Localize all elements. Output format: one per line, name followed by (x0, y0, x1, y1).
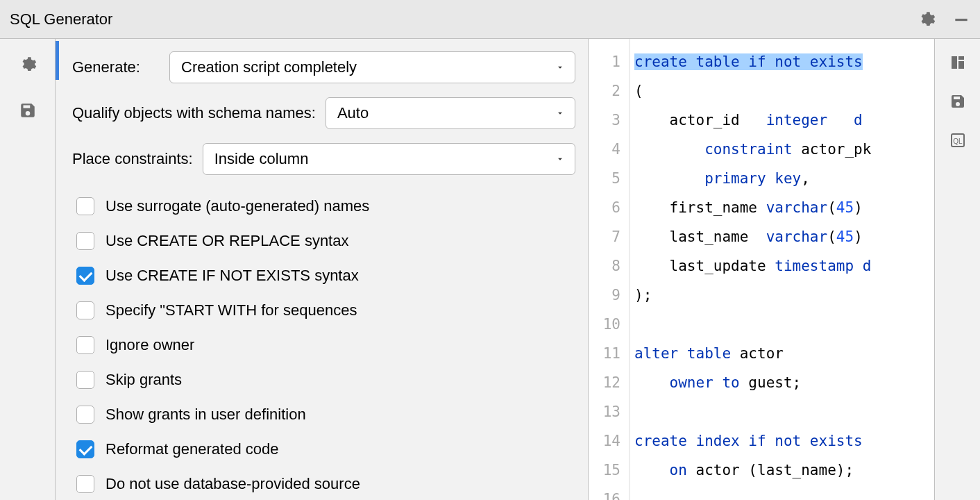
generate-value: Creation script completely (181, 58, 357, 76)
line-number: 8 (589, 251, 620, 281)
gear-icon[interactable] (918, 10, 936, 28)
checkbox-label: Do not use database-provided source (105, 475, 360, 493)
checkbox-label: Skip grants (105, 371, 182, 389)
constraints-select[interactable]: Inside column (203, 143, 575, 175)
generate-label: Generate: (72, 58, 169, 76)
right-toolbar: QL (934, 39, 980, 500)
checkbox-row: Specify "START WITH for sequences (76, 293, 575, 328)
checkbox-label: Use CREATE IF NOT EXISTS syntax (105, 267, 359, 285)
line-number: 5 (589, 164, 620, 193)
line-number: 13 (589, 397, 620, 426)
checkbox-label: Specify "START WITH for sequences (105, 301, 357, 319)
line-number: 12 (589, 368, 620, 397)
line-number: 9 (589, 281, 620, 310)
chevron-down-icon (555, 108, 565, 118)
line-number: 2 (589, 76, 620, 106)
left-toolbar (0, 39, 56, 500)
checkbox-label: Use surrogate (auto-generated) names (105, 197, 369, 215)
line-number: 1 (589, 47, 620, 76)
checkbox-row: Use CREATE IF NOT EXISTS syntax (76, 258, 575, 293)
layout-icon[interactable] (949, 54, 966, 71)
line-number: 6 (589, 193, 620, 222)
options-panel: Generate: Creation script completely Qua… (56, 39, 589, 500)
checkbox-label: Reformat generated code (105, 440, 279, 458)
checkbox[interactable] (76, 267, 94, 285)
save-icon[interactable] (19, 101, 37, 119)
chevron-down-icon (555, 154, 565, 164)
qualify-label: Qualify objects with schema names: (72, 104, 316, 122)
window-header: SQL Generator (0, 0, 980, 39)
line-number: 4 (589, 135, 620, 164)
constraints-value: Inside column (214, 150, 309, 168)
checkbox[interactable] (76, 440, 94, 458)
checkbox-row: Reformat generated code (76, 432, 575, 467)
checkbox[interactable] (76, 371, 94, 389)
checkbox-label: Show grants in user definition (105, 406, 306, 424)
checkbox-row: Skip grants (76, 362, 575, 397)
checkbox[interactable] (76, 197, 94, 215)
line-number: 14 (589, 426, 620, 456)
line-number: 7 (589, 222, 620, 251)
checkbox[interactable] (76, 406, 94, 424)
checkbox-label: Use CREATE OR REPLACE syntax (105, 232, 348, 250)
code-preview: 12345678910111213141516 create table if … (589, 39, 934, 500)
checkbox-label: Ignore owner (105, 336, 194, 354)
line-number: 16 (589, 485, 620, 500)
generate-select[interactable]: Creation script completely (169, 51, 575, 83)
window-title: SQL Generator (10, 10, 112, 28)
checkbox[interactable] (76, 301, 94, 319)
checkbox[interactable] (76, 475, 94, 493)
checkbox-row: Use surrogate (auto-generated) names (76, 189, 575, 224)
constraints-label: Place constraints: (72, 150, 193, 168)
line-number: 15 (589, 456, 620, 485)
line-number: 3 (589, 106, 620, 135)
checkbox-row: Show grants in user definition (76, 397, 575, 432)
checkbox[interactable] (76, 336, 94, 354)
qualify-select[interactable]: Auto (326, 97, 575, 129)
header-icons (918, 10, 970, 28)
minimize-icon[interactable] (952, 10, 970, 28)
save-icon[interactable] (949, 93, 966, 110)
checkbox[interactable] (76, 232, 94, 250)
qualify-value: Auto (337, 104, 369, 122)
gear-icon[interactable] (19, 56, 37, 74)
sql-code[interactable]: create table if not exists ( actor_id in… (630, 39, 934, 500)
checkbox-row: Ignore owner (76, 328, 575, 362)
svg-rect-0 (955, 18, 967, 20)
checkbox-row: Use CREATE OR REPLACE syntax (76, 224, 575, 258)
checkbox-row: Do not use database-provided source (76, 467, 575, 500)
line-gutter: 12345678910111213141516 (589, 39, 630, 500)
chevron-down-icon (555, 62, 565, 72)
svg-text:QL: QL (953, 138, 963, 145)
line-number: 10 (589, 310, 620, 339)
line-number: 11 (589, 339, 620, 368)
ql-console-icon[interactable]: QL (949, 132, 966, 149)
